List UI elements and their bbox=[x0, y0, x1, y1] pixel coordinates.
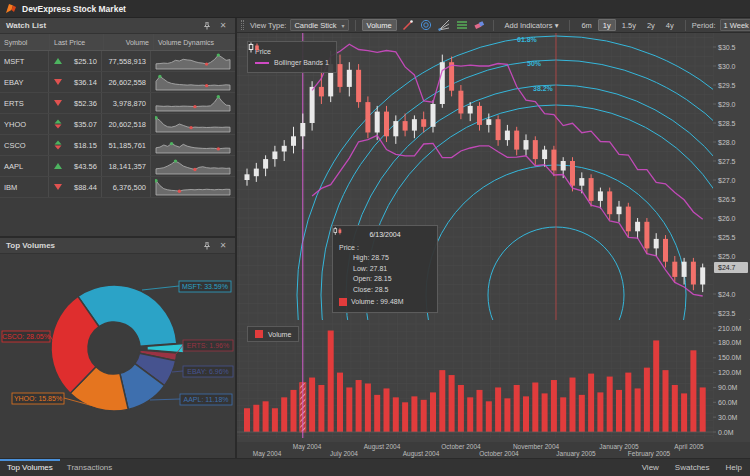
volume-chart-legend: Volume bbox=[247, 326, 299, 342]
table-row[interactable]: MSFT$25.1077,558,913 bbox=[0, 51, 235, 72]
volume-tick-label: 90.0M bbox=[718, 384, 738, 391]
pin-icon[interactable] bbox=[201, 20, 213, 32]
tooltip-low: Low: 27.81 bbox=[339, 264, 431, 275]
volume-tick-label: 120.0M bbox=[718, 369, 742, 376]
down-trend-icon bbox=[53, 182, 63, 192]
column-header-volume[interactable]: Volume bbox=[104, 34, 154, 50]
range-button-6m[interactable]: 6m bbox=[576, 19, 596, 31]
table-row[interactable]: CSCO$18.1551,185,761 bbox=[0, 135, 235, 156]
fibonacci-retracement-tool-icon[interactable] bbox=[455, 19, 469, 31]
symbol-cell: EBAY bbox=[0, 72, 49, 92]
ellipse-tool-icon[interactable] bbox=[419, 19, 433, 31]
close-icon[interactable]: ✕ bbox=[217, 240, 229, 252]
status-link-help[interactable]: Help bbox=[718, 463, 750, 472]
symbol-cell: CSCO bbox=[0, 135, 49, 155]
price-tick-label: $24.0 bbox=[718, 291, 736, 298]
status-links: ViewSwatchesHelp bbox=[634, 463, 750, 472]
table-row[interactable]: IBM$88.446,376,500 bbox=[0, 177, 235, 198]
column-header-volume-dynamics[interactable]: Volume Dynamics bbox=[154, 34, 235, 50]
volume-chart-svg[interactable]: 210.0M180.0M150.0M120.0M90.0M60.0M30.0M0… bbox=[237, 320, 749, 442]
period-select[interactable]: 1 Week ▾ bbox=[720, 19, 750, 31]
table-row[interactable]: EBAY$36.1426,602,558 bbox=[0, 72, 235, 93]
volume-tick-label: 180.0M bbox=[718, 339, 742, 346]
watch-list-title: Watch List bbox=[6, 21, 46, 30]
last-price-value: $25.10 bbox=[74, 57, 97, 66]
view-type-label: View Type: bbox=[250, 21, 286, 30]
down-trend-icon bbox=[53, 98, 63, 108]
watch-list-panel: Watch List ✕ Symbol Last Price Volume Vo… bbox=[0, 18, 235, 238]
volume-cell: 6,376,500 bbox=[102, 177, 151, 197]
price-chart-legend: Price Bollinger Bands 1 bbox=[247, 41, 337, 73]
top-volumes-chart: MSFT: 33.59%ERTS: 1.96%EBAY: 6.96%AAPL: … bbox=[0, 254, 235, 458]
table-row[interactable]: AAPL$43.5618,141,357 bbox=[0, 156, 235, 177]
status-bar: Top VolumesTransactions ViewSwatchesHelp bbox=[0, 458, 750, 476]
range-button-1.5y[interactable]: 1.5y bbox=[617, 19, 641, 31]
tab-transactions[interactable]: Transactions bbox=[60, 459, 120, 476]
symbol-cell: AAPL bbox=[0, 156, 49, 176]
close-icon[interactable]: ✕ bbox=[217, 20, 229, 32]
fibonacci-fan-tool-icon[interactable] bbox=[437, 19, 451, 31]
pie-callout-label: ERTS: 1.96% bbox=[187, 342, 229, 349]
left-column: Watch List ✕ Symbol Last Price Volume Vo… bbox=[0, 18, 237, 458]
donut-chart[interactable]: MSFT: 33.59%ERTS: 1.96%EBAY: 6.96%AAPL: … bbox=[0, 254, 237, 456]
price-tick-label: $23.5 bbox=[718, 310, 736, 317]
table-row[interactable]: ERTS$52.363,978,870 bbox=[0, 93, 235, 114]
up-trend-icon bbox=[53, 161, 63, 171]
time-axis-label: February 2005 bbox=[628, 450, 670, 457]
last-price-value: $18.15 bbox=[74, 141, 97, 150]
trend-line-tool-icon[interactable] bbox=[401, 19, 415, 31]
price-tick-label: $30.5 bbox=[718, 44, 736, 51]
sparkline bbox=[155, 136, 231, 154]
time-axis-label: November 2004 bbox=[513, 443, 559, 450]
range-button-2y[interactable]: 2y bbox=[642, 19, 660, 31]
volume-tick-label: 0.0M bbox=[718, 429, 734, 436]
status-link-view[interactable]: View bbox=[634, 463, 667, 472]
pin-icon[interactable] bbox=[201, 240, 213, 252]
symbol-cell: IBM bbox=[0, 177, 49, 197]
fibonacci-label: 38.2% bbox=[533, 85, 554, 92]
last-price-cell: $88.44 bbox=[49, 177, 102, 197]
volume-cell: 18,141,357 bbox=[102, 156, 151, 176]
range-button-4y[interactable]: 4y bbox=[661, 19, 679, 31]
volume-cell: 77,558,913 bbox=[102, 51, 151, 71]
toolbar-grip[interactable] bbox=[241, 20, 244, 30]
volume-dynamics-cell bbox=[151, 177, 235, 197]
sparkline bbox=[155, 178, 231, 196]
watch-list-column-headers: Symbol Last Price Volume Volume Dynamics bbox=[0, 34, 235, 51]
sparkline bbox=[155, 157, 231, 175]
price-tick-label: $26.5 bbox=[718, 196, 736, 203]
sparkline bbox=[155, 115, 231, 133]
price-tick-label: $25.0 bbox=[718, 253, 736, 260]
table-row[interactable]: YHOO$35.0720,602,518 bbox=[0, 114, 235, 135]
crosshair-tooltip: 6/13/2004 Price : High: 28.75 Low: 27.81… bbox=[332, 225, 438, 313]
sparkline bbox=[155, 94, 231, 112]
volume-chart-pane[interactable]: 210.0M180.0M150.0M120.0M90.0M60.0M30.0M0… bbox=[237, 320, 750, 442]
bottom-tabs: Top VolumesTransactions bbox=[0, 459, 119, 476]
app-logo-icon bbox=[5, 3, 17, 15]
pie-callout-label: MSFT: 33.59% bbox=[182, 283, 228, 290]
app-window: DevExpress Stock Market Watch List ✕ Sym… bbox=[0, 0, 750, 476]
add-indicators-button[interactable]: Add Indicators ▾ bbox=[500, 19, 564, 31]
price-chart-svg[interactable]: 61.8%50%38.2%$30.5$30.0$29.5$29.0$28.5$2… bbox=[237, 33, 749, 320]
period-value: 1 Week bbox=[724, 21, 749, 30]
volume-dynamics-cell bbox=[151, 114, 235, 134]
volume-toggle-button[interactable]: Volume bbox=[362, 19, 397, 31]
view-type-select[interactable]: Candle Stick ▾ bbox=[290, 19, 348, 31]
current-price-label: $24.7 bbox=[718, 264, 736, 271]
sparkline bbox=[155, 73, 231, 91]
eraser-tool-icon[interactable] bbox=[473, 19, 487, 31]
window-title: DevExpress Stock Market bbox=[22, 4, 126, 14]
volume-cell: 26,602,558 bbox=[102, 72, 151, 92]
mixed-trend-icon bbox=[53, 140, 63, 150]
column-header-last-price[interactable]: Last Price bbox=[50, 34, 104, 50]
pie-slice-MSFT[interactable] bbox=[78, 285, 177, 346]
top-volumes-header: Top Volumes ✕ bbox=[0, 238, 235, 254]
tab-top-volumes[interactable]: Top Volumes bbox=[0, 459, 60, 476]
price-chart-pane[interactable]: 61.8%50%38.2%$30.5$30.0$29.5$29.0$28.5$2… bbox=[237, 33, 750, 320]
candlestick-tooltip-icon bbox=[333, 226, 343, 236]
range-button-1y[interactable]: 1y bbox=[598, 19, 616, 31]
last-price-cell: $35.07 bbox=[49, 114, 102, 134]
status-link-swatches[interactable]: Swatches bbox=[667, 463, 718, 472]
volume-tick-label: 30.0M bbox=[718, 414, 738, 421]
column-header-symbol[interactable]: Symbol bbox=[0, 34, 50, 50]
